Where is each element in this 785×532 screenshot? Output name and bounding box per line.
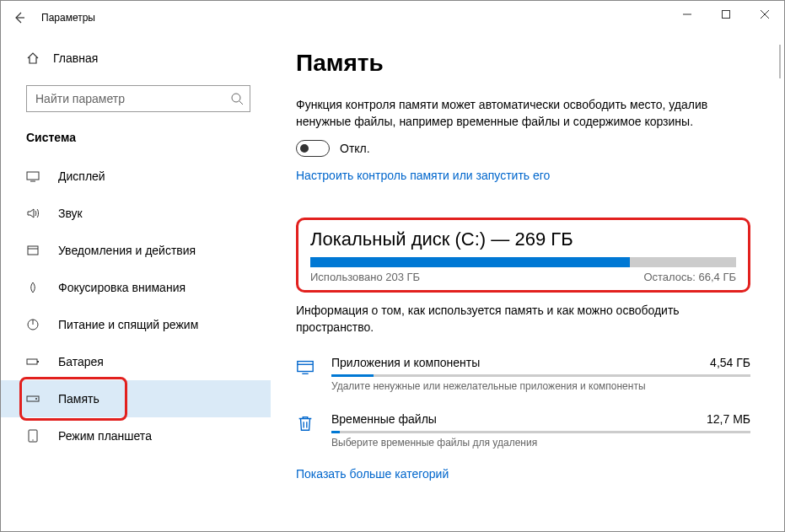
battery-icon: [26, 355, 40, 368]
disk-usage-fill: [310, 257, 630, 267]
category-bar: [331, 374, 750, 377]
sidebar-item-notifications[interactable]: Уведомления и действия: [1, 232, 271, 269]
window-title: Параметры: [41, 12, 95, 24]
close-icon: [761, 10, 769, 19]
maximize-button[interactable]: [707, 1, 745, 28]
svg-rect-6: [27, 172, 39, 180]
sidebar-item-focus[interactable]: Фокусировка внимания: [1, 269, 271, 306]
nav-label: Фокусировка внимания: [58, 281, 185, 294]
category-body: Приложения и компоненты4,54 ГБ Удалите н…: [331, 356, 750, 392]
category-bar-fill: [331, 431, 340, 433]
storage-sense-description: Функция контроля памяти может автоматиче…: [296, 97, 718, 130]
category-size: 4,54 ГБ: [710, 356, 750, 369]
storage-icon: [26, 392, 40, 406]
main-panel: Память Функция контроля памяти может авт…: [271, 35, 784, 531]
nav-label: Звук: [58, 207, 83, 220]
sidebar-item-sound[interactable]: Звук: [1, 195, 271, 232]
nav-label: Уведомления и действия: [58, 244, 196, 257]
disk-usage-bar: [310, 257, 736, 267]
display-icon: [26, 169, 40, 183]
category-bar-fill: [331, 374, 374, 377]
sound-icon: [26, 207, 40, 220]
power-icon: [26, 318, 40, 331]
category-temp[interactable]: Временные файлы12,7 МБ Выберите временны…: [296, 412, 750, 449]
category-name: Приложения и компоненты: [331, 356, 480, 369]
settings-window: Параметры Главная Система Дисплей: [0, 0, 785, 532]
sidebar-item-tablet[interactable]: Режим планшета: [1, 417, 271, 454]
close-button[interactable]: [745, 1, 784, 28]
minimize-button[interactable]: [668, 1, 707, 28]
show-more-link[interactable]: Показать больше категорий: [296, 467, 750, 481]
svg-point-15: [35, 398, 37, 400]
storage-sense-toggle[interactable]: [296, 140, 330, 157]
scrollbar[interactable]: [779, 45, 781, 78]
category-bar: [331, 431, 750, 433]
category-sub: Выберите временные файлы для удаления: [331, 437, 750, 449]
svg-rect-8: [28, 246, 38, 255]
titlebar: Параметры: [1, 1, 784, 35]
sidebar-item-power[interactable]: Питание и спящий режим: [1, 306, 271, 343]
notifications-icon: [26, 244, 40, 257]
disk-labels: Использовано 203 ГБ Осталось: 66,4 ГБ: [310, 271, 736, 283]
disk-block: Локальный диск (C:) — 269 ГБ Использован…: [296, 218, 750, 293]
category-apps[interactable]: Приложения и компоненты4,54 ГБ Удалите н…: [296, 356, 750, 392]
nav-label: Батарея: [58, 355, 104, 368]
disk-title: Локальный диск (C:) — 269 ГБ: [310, 228, 736, 250]
disk-used-label: Использовано 203 ГБ: [310, 271, 420, 283]
svg-rect-13: [37, 361, 39, 363]
nav-label: Питание и спящий режим: [58, 318, 198, 331]
category-size: 12,7 МБ: [707, 412, 750, 426]
svg-rect-1: [723, 11, 730, 19]
svg-point-17: [32, 439, 33, 440]
back-button[interactable]: [1, 1, 38, 35]
toggle-row: Откл.: [296, 140, 750, 157]
toggle-label: Откл.: [340, 142, 370, 155]
nav-label: Память: [58, 392, 99, 406]
page-heading: Память: [296, 50, 750, 77]
svg-rect-12: [27, 359, 37, 364]
apps-icon: [296, 357, 315, 376]
svg-rect-18: [298, 362, 313, 372]
nav-label: Режим планшета: [58, 429, 152, 443]
sidebar-item-storage[interactable]: Память: [1, 380, 271, 417]
category-body: Временные файлы12,7 МБ Выберите временны…: [331, 412, 750, 449]
info-text: Информация о том, как используется памят…: [296, 303, 750, 336]
sidebar-home[interactable]: Главная: [1, 41, 271, 75]
disk-free-label: Осталось: 66,4 ГБ: [643, 271, 736, 283]
configure-link[interactable]: Настроить контроль памяти или запустить …: [296, 169, 550, 182]
arrow-left-icon: [13, 11, 26, 24]
search-input[interactable]: [26, 85, 250, 112]
category-name: Временные файлы: [331, 412, 437, 426]
sidebar: Главная Система Дисплей Звук Уведомления…: [1, 35, 271, 531]
sidebar-item-battery[interactable]: Батарея: [1, 343, 271, 380]
trash-icon: [296, 414, 315, 433]
sidebar-home-label: Главная: [53, 51, 98, 65]
home-icon: [26, 51, 40, 65]
maximize-icon: [722, 10, 730, 19]
minimize-icon: [683, 10, 691, 19]
sidebar-group-title: Система: [26, 131, 271, 144]
category-sub: Удалите ненужные или нежелательные прило…: [331, 380, 750, 392]
search-wrap: [26, 85, 250, 112]
sidebar-item-display[interactable]: Дисплей: [1, 158, 271, 195]
nav-label: Дисплей: [58, 169, 105, 183]
focus-icon: [26, 281, 40, 294]
window-controls: [668, 1, 784, 28]
tablet-icon: [26, 429, 40, 443]
